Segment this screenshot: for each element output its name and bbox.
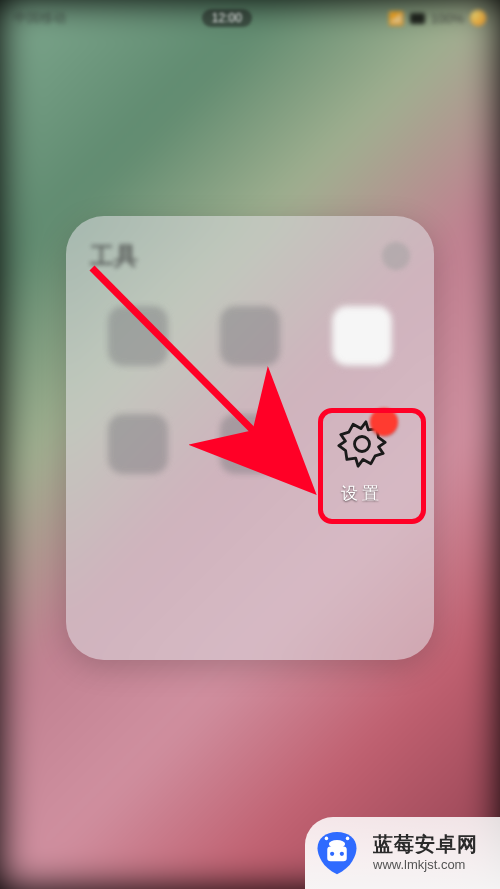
app-5[interactable]	[198, 414, 302, 505]
network-icon: 📶	[388, 11, 404, 26]
app-2-icon	[220, 306, 280, 366]
svg-point-7	[346, 837, 350, 841]
battery-label: 100%	[431, 11, 464, 26]
battery-icon	[470, 10, 486, 26]
watermark-url: www.lmkjst.com	[373, 857, 478, 873]
svg-point-4	[330, 852, 334, 856]
app-5-icon	[220, 414, 280, 474]
app-1-icon	[108, 306, 168, 366]
app-1[interactable]	[86, 306, 190, 390]
carrier-label: 中国移动	[14, 9, 66, 27]
close-icon[interactable]	[382, 242, 410, 270]
clock: 12:00	[202, 9, 252, 27]
app-3-icon	[332, 306, 392, 366]
svg-point-5	[340, 852, 344, 856]
app-4-icon	[108, 414, 168, 474]
watermark-logo-icon	[311, 827, 363, 879]
svg-rect-3	[329, 840, 345, 848]
svg-point-6	[325, 837, 329, 841]
app-2[interactable]	[198, 306, 302, 390]
status-bar: 中国移动 12:00 📶 100%	[0, 0, 500, 32]
annotation-highlight	[318, 408, 426, 524]
watermark-title: 蓝莓安卓网	[373, 832, 478, 857]
watermark: 蓝莓安卓网 www.lmkjst.com	[305, 817, 500, 889]
folder-title: 工具	[90, 240, 138, 272]
app-4[interactable]	[86, 414, 190, 505]
app-3[interactable]	[310, 306, 414, 390]
flag-icon	[410, 13, 425, 24]
